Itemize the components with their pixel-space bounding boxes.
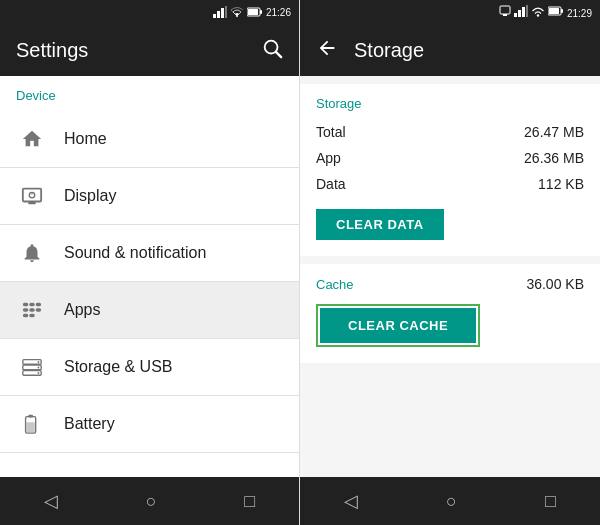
cache-section: Cache 36.00 KB CLEAR CACHE <box>300 264 600 363</box>
svg-rect-2 <box>221 8 224 18</box>
device-section-label: Device <box>0 76 299 111</box>
svg-point-26 <box>537 14 539 16</box>
storage-label: Storage & USB <box>64 358 173 376</box>
battery-icon-right <box>548 5 564 17</box>
home-icon <box>16 128 48 150</box>
wifi-icon-right <box>531 5 545 17</box>
svg-rect-6 <box>248 9 258 15</box>
svg-rect-28 <box>549 8 559 14</box>
app-row: App 26.36 MB <box>316 145 584 171</box>
back-btn-right[interactable]: ◁ <box>324 482 378 520</box>
svg-point-12 <box>38 361 40 363</box>
app-label: App <box>316 150 341 166</box>
nav-item-battery[interactable]: Battery <box>0 396 299 452</box>
total-row: Total 26.47 MB <box>316 119 584 145</box>
back-icon[interactable] <box>316 37 338 64</box>
svg-rect-18 <box>27 422 35 432</box>
clear-cache-button[interactable]: CLEAR CACHE <box>320 308 476 343</box>
storage-icon <box>16 356 48 378</box>
clear-cache-wrapper: CLEAR CACHE <box>316 304 480 347</box>
right-content: Storage Total 26.47 MB App 26.36 MB Data… <box>300 76 600 477</box>
settings-title: Settings <box>16 39 88 62</box>
svg-line-9 <box>276 52 281 57</box>
total-value: 26.47 MB <box>524 124 584 140</box>
right-panel: 21:29 Storage Storage Total 26.47 MB App… <box>300 0 600 525</box>
nav-item-apps[interactable]: Apps <box>0 282 299 338</box>
battery-nav-icon <box>16 413 48 435</box>
svg-rect-3 <box>225 6 227 18</box>
svg-point-4 <box>236 16 238 18</box>
svg-rect-29 <box>561 9 563 13</box>
nav-item-display[interactable]: Display <box>0 168 299 224</box>
svg-rect-0 <box>213 14 216 18</box>
home-btn-right[interactable]: ○ <box>426 483 477 520</box>
apps-icon <box>16 299 48 321</box>
svg-rect-1 <box>217 11 220 18</box>
recent-btn-left[interactable]: □ <box>224 483 275 520</box>
storage-section-label: Storage <box>316 96 584 111</box>
status-bar-left: 21:26 <box>0 0 299 24</box>
divider-6 <box>0 452 299 453</box>
status-icons-right: 21:29 <box>499 5 592 19</box>
svg-point-14 <box>38 367 40 369</box>
time-left: 21:26 <box>266 7 291 18</box>
home-btn-left[interactable]: ○ <box>126 483 177 520</box>
svg-rect-19 <box>28 415 33 418</box>
signal-icon <box>213 6 227 18</box>
svg-rect-22 <box>514 13 517 17</box>
screenshot-icon <box>499 5 511 17</box>
svg-rect-20 <box>500 6 510 14</box>
storage-page-title: Storage <box>354 39 424 62</box>
sound-label: Sound & notification <box>64 244 206 262</box>
home-label: Home <box>64 130 107 148</box>
svg-rect-21 <box>503 14 507 16</box>
nav-item-storage[interactable]: Storage & USB <box>0 339 299 395</box>
bottom-nav-right: ◁ ○ □ <box>300 477 600 525</box>
signal-icon-right <box>514 5 528 17</box>
wifi-icon-left <box>230 6 244 18</box>
nav-item-sound[interactable]: Sound & notification <box>0 225 299 281</box>
bottom-nav-left: ◁ ○ □ <box>0 477 299 525</box>
cache-header: Cache 36.00 KB <box>316 276 584 292</box>
bell-icon <box>16 242 48 264</box>
display-icon <box>16 185 48 207</box>
time-right: 21:29 <box>567 8 592 19</box>
svg-rect-7 <box>260 10 262 14</box>
left-panel: 21:26 Settings Device Home Display Sound <box>0 0 300 525</box>
back-btn-left[interactable]: ◁ <box>24 482 78 520</box>
status-bar-right: 21:29 <box>300 0 600 24</box>
cache-value: 36.00 KB <box>526 276 584 292</box>
svg-rect-25 <box>526 5 528 17</box>
apps-label: Apps <box>64 301 100 319</box>
cache-label: Cache <box>316 277 354 292</box>
toolbar-left: Settings <box>0 24 299 76</box>
storage-section: Storage Total 26.47 MB App 26.36 MB Data… <box>300 84 600 256</box>
svg-rect-24 <box>522 7 525 17</box>
nav-item-home[interactable]: Home <box>0 111 299 167</box>
svg-rect-23 <box>518 10 521 17</box>
status-icons-left: 21:26 <box>213 6 291 18</box>
recent-btn-right[interactable]: □ <box>525 483 576 520</box>
display-label: Display <box>64 187 116 205</box>
data-row: Data 112 KB <box>316 171 584 197</box>
data-value: 112 KB <box>538 176 584 192</box>
battery-icon-left <box>247 6 263 18</box>
toolbar-right: Storage <box>300 24 600 76</box>
search-icon[interactable] <box>261 37 283 64</box>
svg-point-16 <box>38 372 40 374</box>
total-label: Total <box>316 124 346 140</box>
app-value: 26.36 MB <box>524 150 584 166</box>
data-label: Data <box>316 176 346 192</box>
clear-data-button[interactable]: CLEAR DATA <box>316 209 444 240</box>
battery-label: Battery <box>64 415 115 433</box>
top-spacer <box>300 76 600 84</box>
